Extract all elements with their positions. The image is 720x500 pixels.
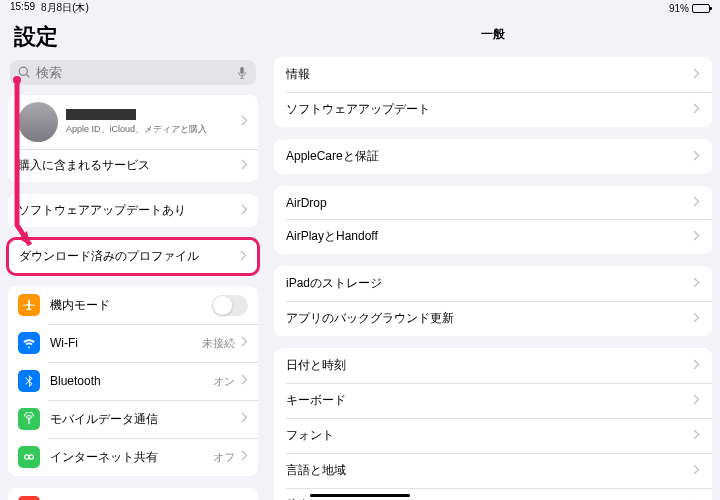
chevron-right-icon [693,429,700,443]
row-label: 日付と時刻 [286,357,346,374]
language-row[interactable]: 言語と地域 [274,453,712,488]
chevron-right-icon [693,150,700,164]
airplay-row[interactable]: AirPlayとHandoff [274,219,712,254]
bell-icon [18,496,40,500]
downloaded-profile-row[interactable]: ダウンロード済みのプロファイル [9,240,257,273]
row-label: 機内モード [50,297,110,314]
battery-percent: 91% [669,3,689,14]
status-date: 8月8日(木) [41,1,89,15]
profile-name-redacted [66,109,136,120]
row-label: フォント [286,427,334,444]
bluetooth-value: オン [213,374,241,389]
cellular-row[interactable]: モバイルデータ通信 [8,400,258,438]
chevron-right-icon [693,464,700,478]
airplane-mode-row[interactable]: 機内モード [8,286,258,324]
hotspot-value: オフ [213,450,241,465]
mic-icon[interactable] [236,66,248,80]
keyboard-row[interactable]: キーボード [274,383,712,418]
row-label: Wi-Fi [50,336,78,350]
chevron-right-icon [241,204,248,218]
row-label: アプリのバックグラウンド更新 [286,310,454,327]
chevron-right-icon [241,374,248,388]
hotspot-icon [18,446,40,468]
row-label: AppleCareと保証 [286,148,379,165]
chevron-right-icon [693,196,700,210]
chevron-right-icon [241,159,248,173]
datetime-row[interactable]: 日付と時刻 [274,348,712,383]
background-refresh-row[interactable]: アプリのバックグラウンド更新 [274,301,712,336]
chevron-right-icon [240,250,247,264]
profile-subtitle: Apple ID、iCloud、メディアと購入 [66,123,241,136]
software-update-row[interactable]: ソフトウェアアップデート [274,92,712,127]
about-row[interactable]: 情報 [274,57,712,92]
svg-rect-2 [240,66,244,73]
hotspot-row[interactable]: インターネット共有 オフ [8,438,258,476]
wifi-icon [18,332,40,354]
notifications-row[interactable]: 通知 [8,488,258,500]
main-title: 一般 [274,16,712,57]
row-label: 言語と地域 [286,462,346,479]
home-indicator[interactable] [310,494,410,497]
row-label: 情報 [286,66,310,83]
search-field[interactable] [10,60,256,85]
search-input[interactable] [36,65,236,80]
row-label: ダウンロード済みのプロファイル [19,248,199,265]
storage-row[interactable]: iPadのストレージ [274,266,712,301]
chevron-right-icon [693,230,700,244]
applecare-row[interactable]: AppleCareと保証 [274,139,712,174]
row-label: モバイルデータ通信 [50,411,158,428]
airplane-toggle[interactable] [212,295,248,316]
battery-icon [692,4,710,13]
status-time: 15:59 [10,1,35,15]
row-label: インターネット共有 [50,449,158,466]
svg-point-4 [29,455,33,459]
bluetooth-icon [18,370,40,392]
settings-title: 設定 [8,16,258,60]
bluetooth-row[interactable]: Bluetooth オン [8,362,258,400]
row-label: AirPlayとHandoff [286,228,378,245]
wifi-row[interactable]: Wi-Fi 未接続 [8,324,258,362]
row-label: AirDrop [286,196,327,210]
status-bar: 15:59 8月8日(木) 91% [0,0,720,16]
purchase-services-row[interactable]: 購入に含まれるサービス [8,149,258,182]
row-label: iPadのストレージ [286,275,382,292]
chevron-right-icon [693,68,700,82]
chevron-right-icon [241,450,248,464]
row-label: Bluetooth [50,374,101,388]
chevron-right-icon [693,394,700,408]
wifi-value: 未接続 [202,336,241,351]
row-label: キーボード [286,392,346,409]
svg-point-3 [25,455,29,459]
chevron-right-icon [693,359,700,373]
airdrop-row[interactable]: AirDrop [274,186,712,219]
chevron-right-icon [693,277,700,291]
chevron-right-icon [241,115,248,129]
svg-point-5 [13,76,21,84]
airplane-icon [18,294,40,316]
font-row[interactable]: フォント [274,418,712,453]
annotation-arrow [5,75,45,265]
chevron-right-icon [693,312,700,326]
row-label: ソフトウェアアップデート [286,101,430,118]
apple-id-row[interactable]: Apple ID、iCloud、メディアと購入 [8,95,258,149]
main-panel[interactable]: 一般 情報 ソフトウェアアップデート AppleCareと保証 AirDrop … [266,16,720,500]
chevron-right-icon [241,336,248,350]
chevron-right-icon [241,412,248,426]
cellular-icon [18,408,40,430]
chevron-right-icon [693,103,700,117]
software-update-available-row[interactable]: ソフトウェアアップデートあり [8,194,258,227]
